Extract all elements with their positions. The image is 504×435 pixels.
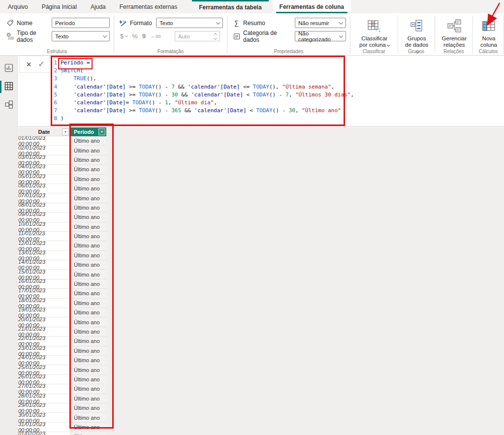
summary-label: Resumo [243, 20, 292, 27]
period-cell[interactable]: Último ano [71, 394, 106, 404]
tab-pagina-inicial[interactable]: Página Inicial [35, 0, 84, 13]
group-formatacao: $% Formato Texto $ % 9 →.00 Auto Formata… [114, 13, 227, 55]
thousands-separator-button[interactable]: 9 [142, 32, 146, 40]
group-caption-propriedades: Propriedades [227, 49, 350, 54]
filter-dropdown-icon[interactable]: ▾ [62, 128, 69, 135]
period-cell[interactable]: Último ano [71, 146, 106, 155]
period-cell[interactable]: Último ano [71, 241, 106, 250]
tab-ajuda[interactable]: Ajuda [84, 0, 113, 13]
new-column-icon [481, 18, 496, 34]
group-caption-classificar: Classificar [350, 49, 398, 54]
period-cell[interactable]: Último ano [71, 260, 106, 270]
spinner-arrows-icon [214, 33, 217, 39]
period-cell[interactable]: Último ano [71, 299, 106, 308]
tab-arquivo[interactable]: Arquivo [1, 0, 35, 13]
format-icon: $% [119, 19, 127, 27]
period-cell[interactable]: Último ano [71, 289, 106, 298]
code-line-text: 'calendar'[Date] >= TODAY() - 365 && 'ca… [61, 107, 341, 115]
chevron-down-icon [387, 43, 390, 47]
tab-ferramentas-de-coluna[interactable]: Ferramentas de coluna [273, 0, 351, 13]
period-cell[interactable]: Último ano [71, 346, 106, 356]
formula-commit-button[interactable]: ✓ [38, 61, 44, 68]
formula-buttons: × ✓ [19, 56, 52, 73]
period-cell[interactable]: Último ano [71, 280, 106, 289]
data-table: Date ▾ Período ▾ 01/01/2023 00:00:00Últi… [18, 127, 107, 435]
period-cell[interactable]: Último ano [71, 356, 106, 365]
group-calculos: Nova coluna Cálculos [473, 13, 504, 55]
model-view-icon [4, 100, 13, 111]
period-cell[interactable]: Último ano [71, 232, 106, 241]
svg-text:$: $ [120, 20, 122, 24]
chevron-down-icon [339, 20, 343, 24]
line-number: 5 [51, 91, 57, 99]
formula-cancel-button[interactable]: × [26, 60, 32, 69]
report-view-button[interactable] [0, 60, 17, 78]
period-cell[interactable]: Último ano [71, 423, 106, 432]
code-line-text: SWITCH( [61, 67, 83, 75]
period-cell[interactable]: Último ano [71, 251, 106, 260]
period-cell[interactable]: Último ano [71, 432, 106, 435]
period-cell[interactable]: Último ano [71, 384, 106, 394]
chevron-down-icon [125, 34, 128, 37]
period-cell[interactable]: Último ano [71, 337, 106, 346]
period-cell[interactable]: Último ano [71, 327, 106, 337]
period-cell[interactable]: Último ano [71, 193, 106, 203]
period-cell[interactable]: Último ano [71, 136, 106, 146]
format-select[interactable]: Texto [156, 18, 223, 28]
line-number: 4 [51, 83, 57, 91]
period-cell[interactable]: Último ano [71, 184, 106, 193]
workspace: × ✓ 1Período =2SWITCH(3 TRUE(),4 'calend… [0, 56, 504, 435]
group-caption-formatacao: Formatação [114, 49, 227, 54]
tab-ferramentas-da-tabela[interactable]: Ferramentas da tabela [192, 0, 268, 13]
filter-dropdown-icon[interactable]: ▾ [98, 128, 105, 135]
data-category-select[interactable]: Não categorizado [295, 31, 346, 41]
period-cell[interactable]: Último ano [71, 308, 106, 317]
percent-format-button[interactable]: % [132, 32, 138, 40]
formula-code[interactable]: 1Período =2SWITCH(3 TRUE(),4 'calendar'[… [51, 59, 354, 123]
model-view-button[interactable] [0, 96, 17, 114]
summary-select[interactable]: Não resumir [295, 18, 346, 28]
periodo-column-header[interactable]: Período ▾ [71, 127, 106, 136]
view-sidebar [0, 56, 18, 435]
period-cell[interactable]: Último ano [71, 270, 106, 279]
period-cell[interactable]: Último ano [71, 413, 106, 422]
period-cell[interactable]: Último ano [71, 175, 106, 184]
currency-format-button[interactable]: $ [120, 32, 127, 40]
data-view-button[interactable] [0, 78, 17, 96]
period-cell[interactable]: Último ano [71, 375, 106, 384]
new-column-button[interactable]: Nova coluna [478, 17, 500, 48]
format-label: Formato [130, 20, 154, 27]
line-number: 6 [51, 99, 57, 107]
period-cell[interactable]: Último ano [71, 365, 106, 374]
tab-ferramentas-externas[interactable]: Ferramentas externas [113, 0, 184, 13]
period-cell[interactable]: Último ano [71, 317, 106, 327]
decimal-auto-stepper[interactable]: Auto [175, 31, 220, 41]
code-line-text: Período = [61, 59, 90, 67]
name-label: Nome [17, 20, 49, 27]
decimal-places-button[interactable]: →.00 [150, 34, 161, 39]
period-cell[interactable]: Último ano [71, 213, 106, 222]
name-field[interactable]: Período [52, 18, 110, 28]
table-header-row: Date ▾ Período ▾ [18, 127, 107, 136]
date-cell[interactable]: 01/02/2023 00:00:00 [18, 432, 70, 435]
group-classificar: ↑↓ Classificar por coluna Classificar [350, 13, 398, 55]
sort-by-column-icon: ↑↓ [367, 18, 382, 34]
date-column-header[interactable]: Date ▾ [18, 127, 70, 136]
sort-by-column-button[interactable]: ↑↓ Classificar por coluna [355, 17, 394, 48]
period-cell[interactable]: Último ano [71, 155, 106, 165]
period-cell[interactable]: Último ano [71, 222, 106, 232]
line-number: 2 [51, 67, 57, 75]
code-line-text: TRUE(), [61, 75, 96, 83]
period-cell[interactable]: Último ano [71, 404, 106, 413]
period-cell[interactable]: Último ano [71, 165, 106, 174]
data-type-icon: 123 [6, 32, 14, 40]
data-category-icon [232, 33, 241, 40]
chevron-down-icon [339, 33, 343, 37]
data-type-select[interactable]: Texto [52, 31, 110, 41]
line-number: 8 [51, 115, 57, 123]
period-cell[interactable]: Último ano [71, 203, 106, 213]
manage-relationships-button[interactable]: Gerenciar relações [440, 17, 469, 48]
data-view-icon [4, 82, 13, 93]
group-grupos: Grupos de dados Grupos [398, 13, 435, 55]
table-body: 01/01/2023 00:00:00Último ano02/01/2023 … [18, 136, 107, 435]
